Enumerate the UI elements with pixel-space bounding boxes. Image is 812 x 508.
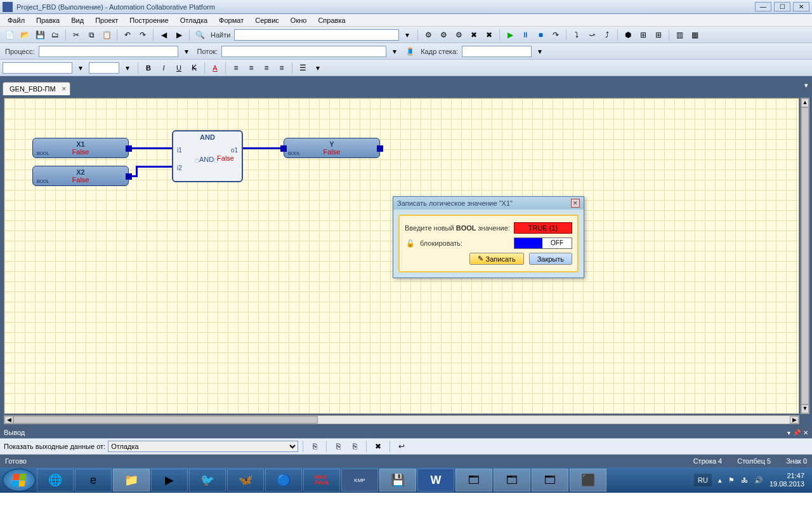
horizontal-scrollbar[interactable]: ◀ ▶: [4, 415, 799, 424]
menu-service[interactable]: Сервис: [250, 15, 284, 25]
task-app-4[interactable]: 🔵: [265, 469, 302, 491]
tab-close-icon[interactable]: ✕: [62, 86, 67, 92]
copy-button[interactable]: ⧉: [84, 28, 98, 42]
step-button[interactable]: ↷: [549, 28, 563, 42]
bold-button[interactable]: B: [141, 61, 155, 75]
db-button-3[interactable]: ⚙: [452, 28, 466, 42]
window-button[interactable]: ⊞: [636, 28, 650, 42]
db-button-4[interactable]: ✖: [467, 28, 481, 42]
nav-back-button[interactable]: ◀: [157, 28, 171, 42]
align-left-button[interactable]: ≡: [229, 61, 243, 75]
menu-build[interactable]: Построение: [124, 15, 173, 25]
maximize-button[interactable]: ☐: [774, 2, 790, 11]
output-wrap-icon[interactable]: ↩: [395, 439, 409, 453]
port-i1[interactable]: i1: [177, 147, 182, 154]
var-block-x2[interactable]: X2 False BOOL: [32, 166, 129, 186]
output-btn-2[interactable]: ⎘: [331, 439, 345, 453]
task-app-7[interactable]: 🗔: [532, 469, 568, 491]
thread-combo[interactable]: [221, 46, 386, 57]
panel-close-icon[interactable]: ✕: [803, 429, 808, 436]
write-button[interactable]: ✎ Записать: [469, 253, 524, 265]
menu-project[interactable]: Проект: [90, 15, 123, 25]
value-toggle-true[interactable]: TRUE (1): [514, 222, 572, 234]
tray-network-icon[interactable]: 🖧: [741, 476, 748, 484]
menu-view[interactable]: Вид: [66, 15, 89, 25]
nav-fwd-button[interactable]: ▶: [172, 28, 186, 42]
stepout-button[interactable]: ⤴: [600, 28, 614, 42]
and-block[interactable]: AND i1 i2 o1 False ⬚AND⬚: [172, 130, 243, 182]
cut-button[interactable]: ✂: [69, 28, 83, 42]
stepover-button[interactable]: ⤻: [585, 28, 599, 42]
output-pin[interactable]: [126, 173, 132, 180]
font-combo[interactable]: [3, 62, 72, 74]
chevron-down-icon[interactable]: ▾: [388, 44, 402, 58]
thread-btn[interactable]: 🧵: [403, 44, 417, 58]
tray-volume-icon[interactable]: 🔊: [754, 476, 763, 485]
bp-button-1[interactable]: ⬢: [621, 28, 635, 42]
dropdown-icon[interactable]: ▾: [400, 28, 414, 42]
stepinto-button[interactable]: ⤵: [570, 28, 584, 42]
pause-button[interactable]: ⏸: [518, 28, 532, 42]
chevron-down-icon[interactable]: ▾: [74, 61, 88, 75]
chevron-down-icon[interactable]: ▾: [121, 61, 134, 75]
task-maxpack[interactable]: MAXPAck: [303, 469, 340, 491]
stop-button[interactable]: ■: [534, 28, 547, 42]
fbd-canvas[interactable]: X1 False BOOL X2 False BOOL AND i1 i2 o1…: [4, 98, 799, 414]
scroll-right-icon[interactable]: ▶: [790, 416, 799, 424]
output-clear-icon[interactable]: ✖: [371, 439, 385, 453]
size-combo[interactable]: [89, 62, 119, 74]
task-app-2[interactable]: 🐦: [189, 469, 226, 491]
italic-button[interactable]: I: [157, 61, 171, 75]
task-word[interactable]: W: [417, 469, 454, 491]
task-kmp[interactable]: KMP: [341, 469, 378, 491]
window-button-2[interactable]: ⊞: [652, 28, 665, 42]
db-button-2[interactable]: ⚙: [436, 28, 450, 42]
lock-toggle[interactable]: OFF: [514, 237, 572, 249]
redo-button[interactable]: ↷: [136, 28, 150, 42]
tabs-dropdown-icon[interactable]: ▾: [804, 81, 808, 90]
layout-button-1[interactable]: ▥: [672, 28, 686, 42]
menu-edit[interactable]: Правка: [31, 15, 65, 25]
task-current-app[interactable]: ⬛: [570, 469, 606, 491]
undo-button[interactable]: ↶: [121, 28, 134, 42]
layout-button-2[interactable]: ▦: [688, 28, 702, 42]
output-pin[interactable]: [377, 145, 383, 152]
chevron-down-icon[interactable]: ▾: [311, 61, 325, 75]
output-source-combo[interactable]: Отладка: [108, 441, 298, 452]
chevron-down-icon[interactable]: ▾: [180, 44, 193, 58]
find-input[interactable]: [234, 29, 399, 41]
dialog-close-button[interactable]: Закрыть: [529, 253, 572, 265]
scroll-left-icon[interactable]: ◀: [4, 416, 13, 424]
align-center-button[interactable]: ≡: [244, 61, 258, 75]
menu-format[interactable]: Формат: [214, 15, 249, 25]
strike-button[interactable]: K̶: [187, 61, 201, 75]
menu-file[interactable]: Файл: [3, 15, 30, 25]
open-button[interactable]: 📂: [18, 28, 32, 42]
search-icon[interactable]: 🔍: [193, 28, 207, 42]
output-btn-3[interactable]: ⎘: [348, 439, 362, 453]
db-button-1[interactable]: ⚙: [421, 28, 435, 42]
underline-button[interactable]: U: [172, 61, 186, 75]
task-explorer[interactable]: 📁: [113, 469, 150, 491]
output-pin[interactable]: [126, 145, 132, 152]
port-o1[interactable]: o1: [231, 147, 238, 154]
panel-dropdown-icon[interactable]: ▾: [787, 429, 790, 436]
scroll-down-icon[interactable]: ▼: [801, 404, 809, 413]
task-app-5[interactable]: 🗔: [455, 469, 492, 491]
minimize-button[interactable]: —: [755, 2, 771, 11]
align-justify-button[interactable]: ≡: [275, 61, 289, 75]
chevron-down-icon[interactable]: ▾: [533, 44, 547, 58]
save-button[interactable]: 💾: [33, 28, 47, 42]
paste-button[interactable]: 📋: [100, 28, 114, 42]
save-all-button[interactable]: 🗂: [48, 28, 62, 42]
task-wmp[interactable]: ▶: [151, 469, 188, 491]
scroll-up-icon[interactable]: ▲: [801, 98, 809, 107]
align-right-button[interactable]: ≡: [259, 61, 273, 75]
var-block-x1[interactable]: X1 False BOOL: [32, 138, 129, 158]
vertical-scrollbar[interactable]: ▲ ▼: [801, 98, 809, 414]
tray-flag-icon[interactable]: ⚑: [728, 476, 735, 485]
panel-pin-icon[interactable]: 📌: [793, 429, 801, 436]
process-combo[interactable]: [39, 46, 178, 57]
dialog-titlebar[interactable]: Записать логическое значение "X1" ✕: [393, 197, 584, 210]
port-i2[interactable]: i2: [177, 164, 182, 171]
